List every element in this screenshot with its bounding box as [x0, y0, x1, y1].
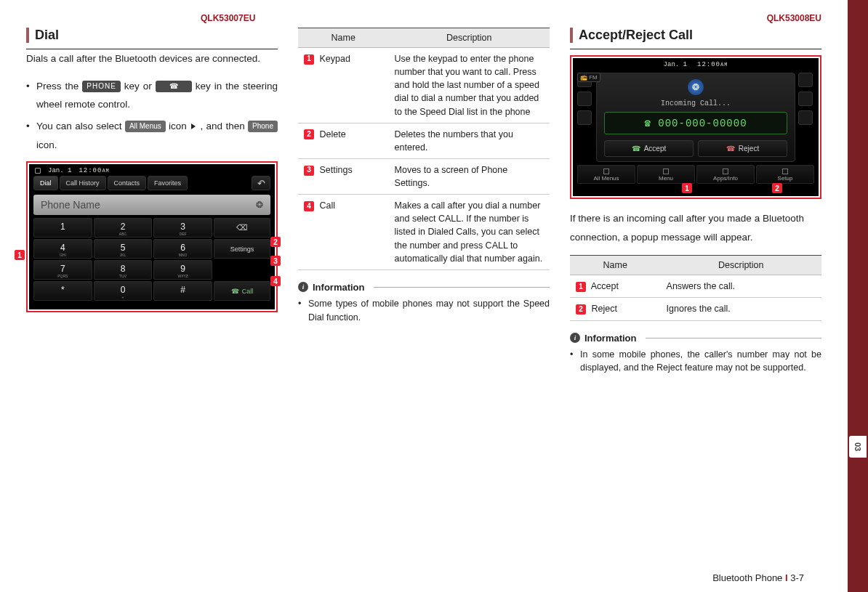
keypad-key[interactable]: 6MNO — [153, 239, 212, 259]
side-slot — [577, 92, 592, 106]
num-badge: 1 — [576, 282, 586, 292]
cell-desc: Makes a call after you dial a number and… — [389, 195, 550, 270]
status-time: 12:00AM — [697, 61, 728, 68]
cell-desc: Use the keypad to enter the phone number… — [389, 48, 550, 123]
screen-tabs: Dial Call History Contacts Favorites ↶ — [29, 176, 275, 193]
column-table: Name Description 1 KeypadUse the keypad … — [298, 28, 550, 375]
keypad-key[interactable]: # — [153, 281, 212, 301]
tab-contacts[interactable]: Contacts — [108, 176, 147, 190]
table-row: 2 RejectIgnores the call. — [570, 298, 821, 320]
keypad-key[interactable]: 1 — [33, 218, 92, 238]
side-slot — [577, 110, 592, 125]
keypad-row: 4GHI5JKL6MNOSettings — [29, 239, 275, 259]
phone-icon: ☎ — [231, 288, 239, 295]
num-badge: 1 — [304, 54, 314, 65]
keypad-key[interactable]: 9WXYZ — [153, 260, 212, 280]
back-button[interactable]: ↶ — [252, 176, 270, 190]
call-button[interactable]: ☎Call — [214, 281, 270, 301]
incoming-popup: ❂ Incoming Call... ☎ 000-000-00000 ☎Acce… — [596, 73, 795, 162]
gear-icon — [782, 169, 788, 174]
bluetooth-icon: ❂ — [256, 200, 263, 210]
info-title: Information — [584, 333, 637, 344]
table-row: 4 CallMakes a call after you dial a numb… — [298, 195, 550, 270]
info-title: Information — [313, 282, 365, 293]
nav-menu[interactable]: Menu — [637, 165, 695, 184]
incoming-button-row: ☎Accept ☎Reject — [604, 140, 787, 157]
all-menus-chip: All Menus — [125, 121, 166, 132]
tab-call-history[interactable]: Call History — [60, 176, 106, 190]
table-row: 1 AcceptAnswers the call. — [570, 275, 821, 298]
keypad-key[interactable]: 5JKL — [94, 239, 153, 259]
info-rule — [646, 338, 822, 338]
reject-button[interactable]: ☎Reject — [698, 140, 787, 157]
incoming-screenshot-frame: Jan. 1 12:00AM 📻 FM ❂ — [570, 55, 821, 199]
info-icon: i — [570, 333, 580, 343]
bluetooth-icon: ❂ — [688, 79, 704, 95]
incoming-label: Incoming Call... — [661, 100, 731, 108]
side-slot — [798, 110, 813, 125]
keypad-key[interactable]: 2ABC — [94, 218, 153, 238]
status-date: Jan. 1 — [664, 61, 687, 68]
cell-name: 1 Keypad — [298, 48, 389, 123]
accept-intro: If there is an incoming call after you m… — [570, 209, 821, 246]
th-name: Name — [570, 256, 661, 275]
call-key-chip: ☎ — [156, 81, 192, 92]
status-date: Jan. 1 — [48, 167, 71, 174]
side-slot — [798, 73, 813, 87]
settings-button[interactable]: Settings — [214, 239, 270, 259]
left-dots — [577, 73, 593, 162]
info-item: In some mobile phones, the caller's numb… — [570, 348, 821, 376]
footer-section: Bluetooth Phone — [712, 572, 782, 583]
callout-2: 2 — [270, 237, 281, 247]
doc-code-left: QLK53007EU — [201, 13, 255, 23]
dial-table: Name Description 1 KeypadUse the keypad … — [298, 28, 550, 270]
section-header-dial: Dial — [26, 28, 278, 43]
incoming-body: ❂ Incoming Call... ☎ 000-000-00000 ☎Acce… — [573, 70, 819, 163]
cell-name: 2 Delete — [298, 123, 389, 158]
dial-steps: Press the PHONE key or ☎ key in the stee… — [26, 77, 278, 155]
nav-apps-info[interactable]: Apps/Info — [696, 165, 755, 184]
fm-badge: 📻 FM — [577, 73, 600, 82]
num-badge: 2 — [576, 304, 586, 315]
info-icon: i — [298, 282, 308, 292]
keypad-key[interactable]: 0+ — [94, 281, 153, 301]
list-icon — [663, 169, 669, 174]
keypad-key[interactable]: 3DEF — [153, 218, 212, 238]
nav-setup[interactable]: Setup — [756, 165, 814, 184]
th-name: Name — [298, 28, 389, 48]
accept-table: Name Description 1 AcceptAnswers the cal… — [570, 255, 821, 320]
dial-screenshot-frame: Jan. 1 12:00AM Dial Call History Contact… — [26, 161, 278, 312]
phone-reject-icon: ☎ — [726, 145, 735, 153]
keypad-key[interactable]: 7PQRS — [33, 260, 92, 280]
cell-name: 3 Settings — [298, 158, 389, 194]
th-desc: Description — [661, 256, 821, 275]
info-rule — [374, 287, 550, 288]
incoming-number: ☎ 000-000-00000 — [604, 112, 787, 134]
num-badge: 3 — [304, 166, 314, 176]
cell-desc: Moves to a screen of Phone Settings. — [389, 158, 550, 194]
section-title: Accept/Reject Call — [579, 28, 821, 43]
info-item: Some types of mobile phones may not supp… — [298, 297, 550, 325]
side-slot — [798, 92, 813, 106]
nav-all-menus[interactable]: All Menus — [577, 165, 635, 184]
keypad-key[interactable]: 4GHI — [33, 239, 92, 259]
keypad-key[interactable]: 8TUV — [94, 260, 153, 280]
side-bar: 03 — [848, 0, 868, 592]
status-icon — [35, 168, 41, 174]
tab-favorites[interactable]: Favorites — [148, 176, 188, 190]
delete-button[interactable]: ⌫ — [214, 218, 270, 238]
accept-button[interactable]: ☎Accept — [604, 140, 694, 157]
phone-chip: Phone — [248, 121, 278, 132]
table-row: 3 SettingsMoves to a screen of Phone Set… — [298, 158, 550, 194]
doc-code-row: QLK53007EU QLK53008EU — [26, 13, 821, 23]
keypad-row: *0+#☎Call — [29, 281, 275, 301]
num-badge: 2 — [304, 129, 314, 139]
keypad-key[interactable]: * — [33, 281, 92, 301]
section-title: Dial — [35, 28, 278, 43]
rule — [570, 49, 821, 49]
column-dial: Dial Dials a call after the Bluetooth de… — [26, 28, 278, 375]
callout-1: 1 — [682, 183, 692, 193]
phone-accept-icon: ☎ — [632, 145, 640, 153]
tab-dial[interactable]: Dial — [33, 176, 58, 190]
table-row: 1 KeypadUse the keypad to enter the phon… — [298, 48, 550, 123]
